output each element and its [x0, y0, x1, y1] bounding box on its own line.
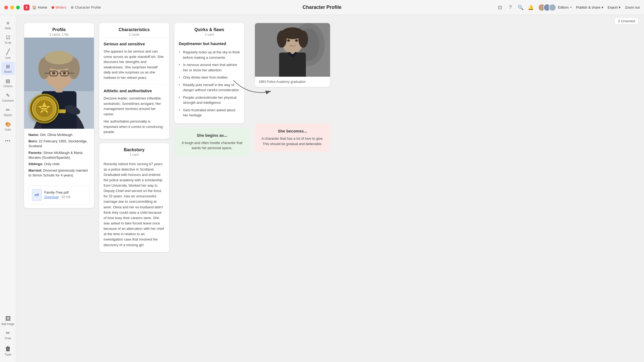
sidebar: ≡ Note ☑ To-do ╱ Line ⊞ Board ▤ Column ✎…	[0, 15, 16, 362]
tab-writers[interactable]: Writers	[52, 5, 67, 9]
maximize-button[interactable]	[16, 6, 20, 9]
sidebar-item-column[interactable]: ▤ Column	[1, 76, 15, 90]
profile-dot	[71, 6, 74, 9]
sketch-icon: ✏	[6, 107, 10, 113]
quirk-item-6: Gets frustrated when asked about her her…	[179, 106, 240, 119]
sidebar-item-board[interactable]: ⊞ Board	[1, 62, 15, 75]
columns-container: Profile 2 cards, 1 file	[24, 23, 636, 252]
profile-card-header: Profile 2 cards, 1 file	[24, 23, 94, 38]
tab-character-profile[interactable]: Character Profile	[71, 5, 101, 9]
sidebar-label-todo: To-do	[5, 41, 11, 44]
char-card2-body2: Her authoritative personality is importa…	[104, 119, 165, 135]
main-content: 2 Unsorted Profile 2 cards, 1 file	[16, 15, 644, 362]
trash-button[interactable]: 🗑 Trash	[1, 343, 15, 359]
home-icon: 🏠	[32, 5, 36, 9]
sidebar-item-sketch[interactable]: ✏ Sketch	[1, 105, 15, 119]
more-icon: •••	[5, 139, 11, 143]
writers-dot	[52, 6, 54, 9]
avatar-group	[538, 4, 556, 11]
search-icon[interactable]: 🔍	[518, 5, 524, 10]
sidebar-item-todo[interactable]: ☑ To-do	[1, 33, 15, 46]
sidebar-label-comment: Comment	[2, 99, 14, 102]
sidebar-item-draw[interactable]: ✏ Draw	[1, 328, 15, 342]
editors-section[interactable]: Editors ▾	[538, 4, 572, 11]
svg-point-18	[63, 72, 66, 75]
editors-label: Editors	[558, 5, 569, 9]
quirks-header: Quirks & flaws 1 card	[174, 23, 244, 38]
sidebar-item-line[interactable]: ╱ Line	[1, 47, 15, 61]
color-icon: 🎨	[5, 121, 11, 127]
unsorted-badge: 2 Unsorted	[614, 18, 639, 24]
notification-icon[interactable]: ?	[507, 5, 513, 10]
profile-siblings: Siblings: Only child	[28, 162, 90, 167]
svg-point-33	[277, 31, 287, 48]
top-bar-right: ⊡ ? 🔍 🔔 Editors ▾ Publish & share ▾ Expo…	[497, 4, 640, 11]
window-controls	[4, 6, 20, 9]
svg-point-11	[45, 51, 73, 64]
sidebar-item-add-image[interactable]: 🖼 Add Image	[1, 314, 15, 327]
todo-icon: ☑	[6, 35, 10, 40]
file-size: - 62 KB	[60, 195, 71, 199]
right-area: 1983 Police Academy graduation She becom…	[255, 23, 330, 152]
profile-born: Born: 22 February 1955, Stockbridge, Sco…	[28, 139, 90, 149]
char-card1-body: She appears to be serious and can come a…	[104, 49, 165, 80]
sidebar-item-color[interactable]: 🎨 Color	[1, 120, 15, 133]
device-icon[interactable]: ⊡	[497, 5, 503, 10]
badge-inner: POLICE DETECTIVE	[32, 97, 56, 121]
sidebar-item-comment[interactable]: ✎ Comment	[1, 91, 15, 104]
backstory-header: Backstory 1 card	[99, 143, 169, 158]
profile-title: Profile	[28, 27, 90, 32]
download-link[interactable]: Download	[44, 195, 58, 199]
profile-count: 2 cards, 1 file	[28, 33, 90, 36]
export-button[interactable]: Export ▾	[608, 5, 621, 9]
profile-card: Profile 2 cards, 1 file	[24, 23, 94, 208]
backstory-card: Backstory 1 card Recently retired from s…	[99, 143, 169, 252]
char-title: Characteristics	[104, 27, 165, 32]
publish-arrow: ▾	[602, 5, 603, 9]
bell-icon[interactable]: 🔔	[528, 5, 534, 10]
file-name: Family-Tree.pdf	[44, 190, 86, 194]
quirk-item-2: Is nervous around men that admire her or…	[179, 61, 240, 74]
badge-svg: POLICE DETECTIVE	[35, 99, 54, 118]
editors-dropdown-arrow[interactable]: ▾	[570, 6, 572, 9]
export-arrow: ▾	[619, 5, 621, 9]
app-icon: X	[24, 5, 30, 10]
char-body-1: Serious and sensitive She appears to be …	[99, 38, 169, 84]
svg-point-37	[287, 39, 290, 42]
tab-home[interactable]: 🏠 Home	[32, 5, 47, 9]
sidebar-label-trash: Trash	[5, 353, 11, 356]
add-image-icon: 🖼	[5, 316, 11, 322]
profile-photo: POLICE DETECTIVE	[24, 38, 94, 129]
svg-point-34	[298, 31, 308, 48]
sidebar-label-board: Board	[4, 70, 12, 73]
profile-column: Profile 2 cards, 1 file	[24, 23, 94, 208]
arc-begin-body: A tough and often hostile character that…	[181, 140, 243, 151]
zoom-out-button[interactable]: Zoom out	[625, 5, 640, 9]
avatar-3	[549, 4, 556, 11]
note-icon: ≡	[6, 20, 9, 26]
profile-parents: Parents: Simon McMaugh & Maria Morales (…	[28, 150, 90, 160]
sidebar-label-sketch: Sketch	[4, 114, 12, 117]
arc-end-body: A character that has a lot of love to gi…	[261, 136, 324, 146]
pdf-icon: pdf	[32, 189, 42, 201]
backstory-text: Recently retired from serving 67 years a…	[104, 161, 165, 248]
char-card2-title: Athletic and authoritative	[104, 88, 165, 93]
comment-icon: ✎	[6, 93, 10, 98]
top-bar: X 🏠 Home Writers Character Profile Chara…	[0, 0, 644, 15]
characteristics-card: Characteristics 2 cards Serious and sens…	[99, 23, 169, 139]
sidebar-label-column: Column	[3, 85, 12, 88]
page-title: Character Profile	[302, 5, 341, 10]
characteristics-column: Characteristics 2 cards Serious and sens…	[99, 23, 169, 252]
minimize-button[interactable]	[10, 6, 14, 9]
sidebar-item-more[interactable]: •••	[1, 134, 15, 147]
sidebar-label-line: Line	[5, 56, 10, 59]
arc-begin-card: She begins as... A tough and often hosti…	[174, 128, 250, 156]
photo-card-image	[255, 23, 330, 77]
profile-name: Name: Det. Olivia McMaugh	[28, 132, 90, 137]
sidebar-item-note[interactable]: ≡ Note	[1, 18, 15, 32]
quirks-count: 1 card	[179, 33, 240, 36]
svg-text:DETECTIVE: DETECTIVE	[41, 109, 48, 111]
publish-share-button[interactable]: Publish & share ▾	[576, 5, 603, 9]
close-button[interactable]	[4, 6, 8, 9]
board-icon: ⊞	[6, 64, 10, 69]
